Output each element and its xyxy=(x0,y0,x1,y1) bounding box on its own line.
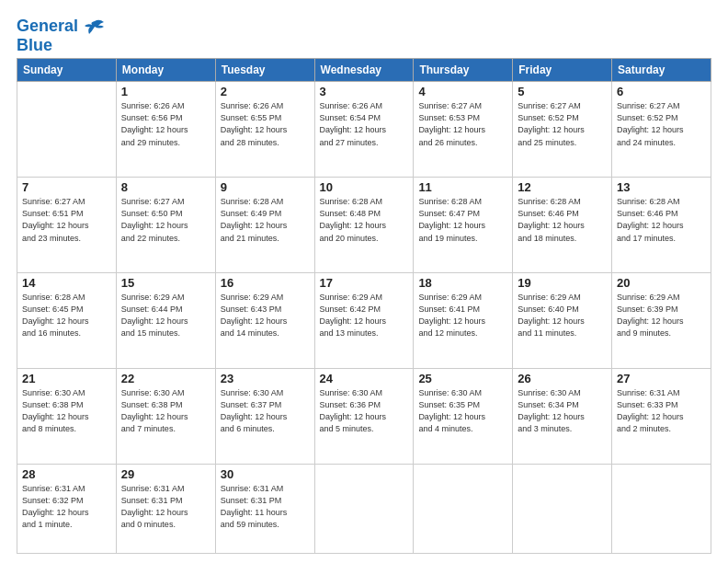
calendar-cell: 27Sunrise: 6:31 AM Sunset: 6:33 PM Dayli… xyxy=(612,369,711,465)
calendar-cell: 10Sunrise: 6:28 AM Sunset: 6:48 PM Dayli… xyxy=(314,178,414,273)
day-number: 15 xyxy=(121,276,210,290)
col-header-thursday: Thursday xyxy=(414,59,513,82)
calendar-cell: 1Sunrise: 6:26 AM Sunset: 6:56 PM Daylig… xyxy=(116,82,215,178)
day-number: 12 xyxy=(518,180,607,194)
cell-info: Sunrise: 6:30 AM Sunset: 6:35 PM Dayligh… xyxy=(418,387,507,435)
week-row-3: 21Sunrise: 6:30 AM Sunset: 6:38 PM Dayli… xyxy=(17,369,711,465)
cell-info: Sunrise: 6:26 AM Sunset: 6:56 PM Dayligh… xyxy=(121,100,210,148)
calendar-cell: 17Sunrise: 6:29 AM Sunset: 6:42 PM Dayli… xyxy=(314,273,414,369)
calendar-header-row: SundayMondayTuesdayWednesdayThursdayFrid… xyxy=(17,59,711,82)
calendar-cell: 20Sunrise: 6:29 AM Sunset: 6:39 PM Dayli… xyxy=(612,273,711,369)
day-number: 16 xyxy=(221,276,310,290)
calendar-cell: 29Sunrise: 6:31 AM Sunset: 6:31 PM Dayli… xyxy=(116,465,215,554)
calendar-cell: 6Sunrise: 6:27 AM Sunset: 6:52 PM Daylig… xyxy=(612,82,711,178)
day-number: 24 xyxy=(320,372,409,385)
cell-info: Sunrise: 6:31 AM Sunset: 6:31 PM Dayligh… xyxy=(221,483,310,531)
day-number: 3 xyxy=(320,85,409,98)
calendar-cell: 16Sunrise: 6:29 AM Sunset: 6:43 PM Dayli… xyxy=(215,273,314,369)
col-header-wednesday: Wednesday xyxy=(314,59,414,82)
cell-info: Sunrise: 6:29 AM Sunset: 6:41 PM Dayligh… xyxy=(418,292,507,339)
day-number: 13 xyxy=(617,180,706,194)
cell-info: Sunrise: 6:28 AM Sunset: 6:47 PM Dayligh… xyxy=(418,196,507,244)
calendar-cell: 21Sunrise: 6:30 AM Sunset: 6:38 PM Dayli… xyxy=(17,369,117,465)
calendar-cell: 7Sunrise: 6:27 AM Sunset: 6:51 PM Daylig… xyxy=(17,178,117,273)
calendar-cell: 25Sunrise: 6:30 AM Sunset: 6:35 PM Dayli… xyxy=(414,369,513,465)
calendar-cell: 23Sunrise: 6:30 AM Sunset: 6:37 PM Dayli… xyxy=(215,369,314,465)
calendar-cell: 28Sunrise: 6:31 AM Sunset: 6:32 PM Dayli… xyxy=(17,465,117,554)
cell-info: Sunrise: 6:30 AM Sunset: 6:38 PM Dayligh… xyxy=(22,387,111,435)
cell-info: Sunrise: 6:29 AM Sunset: 6:44 PM Dayligh… xyxy=(121,292,210,339)
day-number: 27 xyxy=(617,372,706,385)
calendar-cell xyxy=(314,465,414,554)
day-number: 5 xyxy=(518,85,607,98)
calendar-cell: 8Sunrise: 6:27 AM Sunset: 6:50 PM Daylig… xyxy=(116,178,215,273)
calendar-cell: 26Sunrise: 6:30 AM Sunset: 6:34 PM Dayli… xyxy=(513,369,612,465)
cell-info: Sunrise: 6:31 AM Sunset: 6:31 PM Dayligh… xyxy=(121,483,210,531)
day-number: 11 xyxy=(418,180,507,194)
calendar-cell xyxy=(612,465,711,554)
cell-info: Sunrise: 6:31 AM Sunset: 6:32 PM Dayligh… xyxy=(22,483,111,531)
cell-info: Sunrise: 6:27 AM Sunset: 6:50 PM Dayligh… xyxy=(121,196,210,244)
calendar-cell: 3Sunrise: 6:26 AM Sunset: 6:54 PM Daylig… xyxy=(314,82,414,178)
cell-info: Sunrise: 6:29 AM Sunset: 6:43 PM Dayligh… xyxy=(221,292,310,339)
logo-bird-icon xyxy=(85,18,105,35)
day-number: 23 xyxy=(221,372,310,385)
cell-info: Sunrise: 6:27 AM Sunset: 6:52 PM Dayligh… xyxy=(518,100,607,148)
calendar-cell: 11Sunrise: 6:28 AM Sunset: 6:47 PM Dayli… xyxy=(414,178,513,273)
week-row-0: 1Sunrise: 6:26 AM Sunset: 6:56 PM Daylig… xyxy=(17,82,711,178)
page: General Blue SundayMondayTuesdayWednesda… xyxy=(0,0,728,563)
calendar-cell xyxy=(17,82,117,178)
day-number: 28 xyxy=(22,467,111,481)
calendar-cell: 15Sunrise: 6:29 AM Sunset: 6:44 PM Dayli… xyxy=(116,273,215,369)
cell-info: Sunrise: 6:27 AM Sunset: 6:53 PM Dayligh… xyxy=(418,100,507,148)
col-header-monday: Monday xyxy=(116,59,215,82)
calendar-cell: 19Sunrise: 6:29 AM Sunset: 6:40 PM Dayli… xyxy=(513,273,612,369)
logo-blue: Blue xyxy=(17,36,105,55)
col-header-tuesday: Tuesday xyxy=(215,59,314,82)
calendar-cell: 14Sunrise: 6:28 AM Sunset: 6:45 PM Dayli… xyxy=(17,273,117,369)
day-number: 21 xyxy=(22,372,111,385)
cell-info: Sunrise: 6:28 AM Sunset: 6:45 PM Dayligh… xyxy=(22,292,111,339)
cell-info: Sunrise: 6:26 AM Sunset: 6:55 PM Dayligh… xyxy=(221,100,310,148)
cell-info: Sunrise: 6:28 AM Sunset: 6:46 PM Dayligh… xyxy=(617,196,706,244)
logo-text: General Blue xyxy=(17,17,105,54)
day-number: 14 xyxy=(22,276,111,290)
cell-info: Sunrise: 6:29 AM Sunset: 6:40 PM Dayligh… xyxy=(518,292,607,339)
col-header-saturday: Saturday xyxy=(612,59,711,82)
calendar-cell: 18Sunrise: 6:29 AM Sunset: 6:41 PM Dayli… xyxy=(414,273,513,369)
day-number: 20 xyxy=(617,276,706,290)
cell-info: Sunrise: 6:30 AM Sunset: 6:34 PM Dayligh… xyxy=(518,387,607,435)
cell-info: Sunrise: 6:30 AM Sunset: 6:38 PM Dayligh… xyxy=(121,387,210,435)
day-number: 26 xyxy=(518,372,607,385)
day-number: 29 xyxy=(121,467,210,481)
cell-info: Sunrise: 6:26 AM Sunset: 6:54 PM Dayligh… xyxy=(320,100,409,148)
col-header-friday: Friday xyxy=(513,59,612,82)
week-row-4: 28Sunrise: 6:31 AM Sunset: 6:32 PM Dayli… xyxy=(17,465,711,554)
day-number: 1 xyxy=(121,85,210,98)
day-number: 9 xyxy=(221,180,310,194)
calendar-cell: 9Sunrise: 6:28 AM Sunset: 6:49 PM Daylig… xyxy=(215,178,314,273)
day-number: 30 xyxy=(221,467,310,481)
day-number: 25 xyxy=(418,372,507,385)
calendar-cell: 12Sunrise: 6:28 AM Sunset: 6:46 PM Dayli… xyxy=(513,178,612,273)
calendar-cell: 13Sunrise: 6:28 AM Sunset: 6:46 PM Dayli… xyxy=(612,178,711,273)
col-header-sunday: Sunday xyxy=(17,59,117,82)
day-number: 17 xyxy=(320,276,409,290)
day-number: 18 xyxy=(418,276,507,290)
cell-info: Sunrise: 6:28 AM Sunset: 6:49 PM Dayligh… xyxy=(221,196,310,244)
cell-info: Sunrise: 6:29 AM Sunset: 6:39 PM Dayligh… xyxy=(617,292,706,339)
logo: General Blue xyxy=(17,17,105,54)
calendar-cell: 22Sunrise: 6:30 AM Sunset: 6:38 PM Dayli… xyxy=(116,369,215,465)
cell-info: Sunrise: 6:27 AM Sunset: 6:52 PM Dayligh… xyxy=(617,100,706,148)
calendar-cell: 24Sunrise: 6:30 AM Sunset: 6:36 PM Dayli… xyxy=(314,369,414,465)
calendar-cell xyxy=(414,465,513,554)
calendar-cell: 30Sunrise: 6:31 AM Sunset: 6:31 PM Dayli… xyxy=(215,465,314,554)
cell-info: Sunrise: 6:29 AM Sunset: 6:42 PM Dayligh… xyxy=(320,292,409,339)
day-number: 19 xyxy=(518,276,607,290)
cell-info: Sunrise: 6:30 AM Sunset: 6:36 PM Dayligh… xyxy=(320,387,409,435)
calendar-cell: 2Sunrise: 6:26 AM Sunset: 6:55 PM Daylig… xyxy=(215,82,314,178)
cell-info: Sunrise: 6:28 AM Sunset: 6:46 PM Dayligh… xyxy=(518,196,607,244)
header: General Blue xyxy=(17,15,711,54)
calendar-cell: 5Sunrise: 6:27 AM Sunset: 6:52 PM Daylig… xyxy=(513,82,612,178)
day-number: 7 xyxy=(22,180,111,194)
